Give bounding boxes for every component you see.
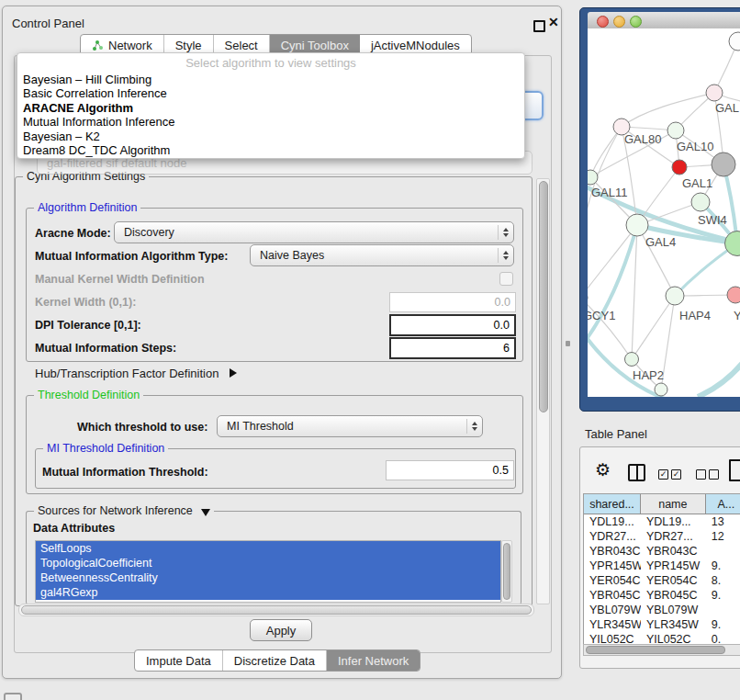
document-icon[interactable] [729, 459, 740, 481]
table-row[interactable]: YIL052CYIL052C0. [584, 632, 740, 645]
table-cell: 8. [706, 573, 740, 588]
mi-steps-field[interactable] [389, 337, 516, 359]
network-node-label: GAL1 [682, 176, 712, 190]
network-view-window: GALGAL80GAL10GAL1GAL11SWI4GAL4GCY1HAP4YH… [579, 7, 740, 412]
network-node[interactable] [666, 287, 684, 305]
data-attribute-item[interactable]: TopologicalCoefficient [36, 556, 500, 570]
table-cell: YBR045C [584, 588, 641, 603]
tab-discretize-data[interactable]: Discretize Data [223, 650, 327, 671]
algorithm-option[interactable]: Bayesian – Hill Climbing [17, 73, 524, 86]
mac-zoom-light[interactable] [630, 16, 642, 28]
hub-definition-toggle[interactable]: Hub/Transcription Factor Definition [35, 367, 237, 380]
grid-icon[interactable] [4, 693, 22, 700]
table-panel-title: Table Panel [585, 427, 647, 441]
data-attribute-item[interactable]: SelfLoops [36, 541, 500, 556]
algorithm-option[interactable]: Basic Correlation Inference [17, 86, 524, 100]
column-header-name[interactable]: name [641, 494, 706, 514]
network-node[interactable] [672, 160, 687, 175]
tab-label: Infer Network [338, 654, 409, 668]
apply-button[interactable]: Apply [250, 619, 312, 641]
network-window-titlebar[interactable] [588, 12, 740, 29]
chevron-updown-icon [498, 248, 513, 263]
table-cell: 9. [706, 617, 740, 632]
mi-threshold-field[interactable] [386, 460, 514, 480]
network-edge[interactable] [622, 93, 714, 127]
select-all-icon2[interactable]: ✓ [671, 469, 681, 480]
mac-close-light[interactable] [597, 16, 609, 28]
algorithm-option[interactable]: Dream8 DC_TDC Algorithm [17, 143, 524, 157]
table-row[interactable]: YBR045CYBR045C9. [584, 588, 740, 603]
mi-type-combo[interactable]: Naive Bayes [250, 244, 514, 266]
network-edge[interactable] [698, 359, 740, 397]
table-row[interactable]: YER054CYER054C8. [584, 573, 740, 588]
algorithm-dropdown-placeholder: Select algorithm to view settings [17, 53, 524, 73]
table-cell: YDR27... [584, 529, 641, 544]
network-node[interactable] [667, 122, 684, 139]
manual-kernel-checkbox[interactable] [499, 272, 513, 286]
settings-horizontal-scrollbar[interactable] [18, 604, 534, 616]
list-scrollbar[interactable] [501, 540, 512, 603]
dpi-tolerance-field[interactable] [389, 314, 516, 336]
network-node-label: HAP4 [679, 309, 711, 322]
deselect-all-icon[interactable] [696, 469, 706, 480]
table-cell: YBR043C [641, 544, 706, 559]
kernel-width-field[interactable] [389, 292, 516, 312]
table-row[interactable]: YBR043CYBR043C [584, 544, 740, 559]
network-node-label: Y [734, 309, 740, 322]
table-cell: YBR045C [641, 588, 706, 603]
table-cell: YLR345W [584, 617, 641, 632]
hub-definition-label: Hub/Transcription Factor Definition [35, 367, 219, 380]
mac-minimize-light[interactable] [613, 16, 625, 28]
table-cell: YPR145W [584, 559, 641, 573]
tab-infer-network[interactable]: Infer Network [327, 650, 420, 671]
network-edge[interactable] [588, 127, 622, 298]
network-node[interactable] [626, 214, 648, 236]
data-attribute-item[interactable]: BetweennessCentrality [36, 570, 500, 585]
network-node-label: GAL4 [645, 235, 676, 249]
mi-threshold-label: Mutual Information Threshold: [42, 466, 208, 479]
sources-toggle[interactable]: Sources for Network Inference [34, 504, 214, 517]
table-row[interactable]: YDR27...YDR27...12 [584, 529, 740, 544]
table-row[interactable]: YLR345WYLR345W9. [584, 617, 740, 632]
tab-impute-data[interactable]: Impute Data [135, 650, 223, 671]
splitter-handle[interactable] [566, 341, 570, 346]
table-row[interactable]: YPR145WYPR145W9. [584, 559, 740, 573]
algorithm-option[interactable]: Mutual Information Inference [17, 115, 524, 129]
network-node-label: HAP2 [633, 368, 664, 382]
column-header-shared-name[interactable]: shared... [584, 494, 641, 514]
table-horizontal-scrollbar[interactable] [583, 644, 740, 656]
network-node[interactable] [729, 32, 740, 51]
network-node[interactable] [691, 193, 710, 211]
table-cell: YBL079W [641, 603, 706, 617]
close-icon[interactable]: ✕ [548, 15, 559, 29]
table-row[interactable]: YBL079WYBL079W [584, 603, 740, 617]
aracne-mode-label: Aracne Mode: [35, 227, 111, 240]
network-node[interactable] [588, 170, 598, 185]
which-threshold-combo[interactable]: MI Threshold [217, 415, 483, 437]
network-node[interactable] [727, 287, 740, 303]
deselect-all-icon2[interactable] [709, 469, 719, 480]
algorithm-option[interactable]: ARACNE Algorithm [17, 101, 524, 115]
data-attribute-item[interactable]: gal4RGexp [36, 585, 500, 600]
tab-label: Discretize Data [234, 654, 315, 668]
float-window-icon[interactable] [533, 20, 545, 32]
network-edge[interactable] [588, 225, 637, 298]
columns-icon[interactable] [628, 464, 645, 481]
network-canvas[interactable]: GALGAL80GAL10GAL1GAL11SWI4GAL4GCY1HAP4YH… [588, 28, 740, 397]
algorithm-option[interactable]: Bayesian – K2 [17, 130, 524, 143]
network-edge[interactable] [588, 225, 637, 345]
select-all-icon[interactable]: ✓ [658, 469, 668, 480]
network-node[interactable] [655, 383, 667, 396]
settings-vertical-scrollbar[interactable] [536, 178, 550, 604]
network-node[interactable] [706, 85, 723, 101]
column-header-a[interactable]: A... [706, 494, 740, 514]
network-node[interactable] [625, 353, 639, 367]
network-node[interactable] [712, 152, 735, 176]
table-toolbar: ⚙ ✓ ✓ [580, 447, 740, 493]
aracne-mode-combo[interactable]: Discovery [114, 221, 514, 243]
data-attributes-list: SelfLoopsTopologicalCoefficientBetweenne… [35, 540, 501, 603]
table-row[interactable]: YDL19...YDL19...13 [584, 514, 740, 529]
gear-icon[interactable]: ⚙ [595, 459, 611, 480]
network-edge[interactable] [632, 296, 675, 359]
chevron-updown-icon [466, 419, 482, 434]
